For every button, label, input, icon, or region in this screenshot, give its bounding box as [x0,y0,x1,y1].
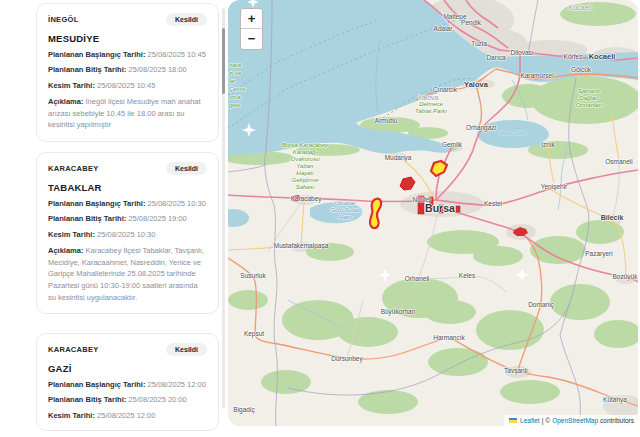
field-value: 25/08/2025 10:30 [97,230,155,239]
field-value: 25/08/2025 19:00 [128,214,186,223]
cut-date-field: Kesim Tarihi: 25/08/2025 10:30 [48,230,207,239]
map-label-susurluk: Susurluk [240,272,265,279]
outage-list-sidebar: İNEGÖL Kesildi MESUDİYE Planlanan Başlan… [0,0,228,437]
planned-start-field: Planlanan Başlangıç Tarihi: 25/08/2025 1… [48,50,207,59]
map-label-bursa: Bursa [425,202,455,214]
field-value: 25/08/2025 10:45 [147,50,205,59]
neighborhood-label: GAZİ [48,363,207,374]
card-header: KARACABEY Kesildi [48,162,207,175]
map-label-karamursel: Karamürsel [520,72,553,79]
map-label-bilecik: Bilecik [601,214,624,221]
field-value: 25/08/2025 10:30 [147,199,205,208]
contributors-text: contributors [600,417,634,424]
map-label-bigadic: Bigadiç [233,406,254,413]
ukraine-flag-icon [509,418,517,423]
leaflet-link[interactable]: Leaflet [520,417,540,424]
water-label-uluabat: Uluabat [335,200,356,206]
map-label-cinarcik: Çınarcık [433,86,457,93]
map-label-osmaneli: Osmaneli [605,158,632,165]
zoom-out-button[interactable]: − [241,29,262,49]
field-value: 25/08/2025 12:00 [97,411,155,420]
map-label-orhaneli: Orhaneli [405,275,430,282]
area-label-delmece: Tabiat Parkı [415,108,447,114]
attribution-separator: | [542,417,544,424]
planned-start-field: Planlanan Başlangıç Tarihi: 25/08/2025 1… [48,199,207,208]
outage-card-karacabey-gazi[interactable]: KARACABEY Kesildi GAZİ Planlanan Başlang… [36,333,219,431]
planned-end-field: Planlanan Bitiş Tarihi: 25/08/2025 20:00 [48,395,207,404]
area-label-karacabey-whs: Hayatı [296,170,313,176]
map-label-orhangazi: Orhangazi [466,124,496,131]
map-label-kepsut: Kepsut [244,330,264,337]
water-label-uluabat: Alanı [338,214,352,220]
field-label: Kesim Tarihi: [48,230,95,239]
description-label: Açıklama: [48,246,83,255]
outage-card-karacabey-tabaklar[interactable]: KARACABEY Kesildi TABAKLAR Planlanan Baş… [36,152,219,314]
area-label-karacabey-whs: Geliştirme [291,177,318,183]
map-label-harmancik: Harmancık [433,334,464,341]
field-label: Kesim Tarihi: [48,81,95,90]
area-label-marmara-cka: Çevre [229,86,245,92]
field-label: Planlanan Başlangıç Tarihi: [48,50,145,59]
map-label-kocaeli: Kocaeli [589,52,616,61]
field-label: Planlanan Bitiş Tarihi: [48,214,126,223]
area-label-karacabey-whs: Karadağ- [293,149,318,155]
status-badge: Kesildi [166,162,207,175]
map-label-mustafakemalpasa: Mustafakemalpaşa [274,242,329,249]
sidebar-scrollbar-thumb[interactable] [222,28,225,94]
map-label-adalar: Adalar [434,25,453,32]
area-label-samanli: Ormanları [576,102,603,108]
district-label: KARACABEY [48,164,99,173]
map-label-dilovasi: Dilovası [510,49,533,56]
copyright-symbol: © [545,417,550,424]
map-label-dursunbey: Dursunbey [331,355,362,362]
field-value: 25/08/2025 20:00 [128,395,186,404]
leaflet-map[interactable]: Maltepe Adalar Pendik Tuzla Darıca Dilov… [228,0,638,426]
map-label-darica: Darıca [486,54,505,61]
map-label-pendik: Pendik [461,19,481,26]
map-label-tavsanli: Tavşanlı [504,367,528,374]
planned-end-field: Planlanan Bitiş Tarihi: 25/08/2025 18:00 [48,65,207,74]
map-label-yenisehir: Yenişehir [541,183,568,190]
osm-link[interactable]: OpenStreetMap [552,417,598,424]
field-value: 25/08/2025 12:00 [147,380,205,389]
status-badge: Kesildi [166,13,207,26]
field-label: Planlanan Bitiş Tarihi: [48,65,126,74]
field-label: Planlanan Bitiş Tarihi: [48,395,126,404]
planned-start-field: Planlanan Başlangıç Tarihi: 25/08/2025 1… [48,380,207,389]
area-label-samanli: Samanlı [578,88,600,94]
cut-date-field: Kesim Tarihi: 25/08/2025 12:00 [48,411,207,420]
map-zoom-control: + − [240,8,263,50]
description-text: Açıklama: Karacabey İlçesi Tabaklar, Tav… [48,245,207,303]
map-label-golcuk: Gölcük [571,66,591,73]
map-label-kestel: Kestel [484,200,502,207]
outage-card-inegol-mesudiye[interactable]: İNEGÖL Kesildi MESUDİYE Planlanan Başlan… [36,3,219,142]
area-label-marmara-cka: gesi [229,102,240,108]
map-label-domanic: Domaniç [528,301,554,308]
area-label-karacabey-whs: Sahası [296,184,315,190]
map-label-iznik: İznik [541,141,554,148]
field-value: 25/08/2025 10:45 [97,81,155,90]
map-label-mudanya: Mudanya [385,154,412,161]
area-label-karacabey-whs: Yaban [297,163,314,169]
area-label-karacabey-whs: Bursa Karacabey [282,142,328,148]
water-outage-app: İNEGÖL Kesildi MESUDİYE Planlanan Başlan… [0,0,640,437]
district-label: İNEGÖL [48,15,79,24]
area-label-marmara-cka: lar [229,78,236,84]
description-text: Açıklama: İnegöl ilçesi Mesudiye mah ana… [48,96,207,131]
area-label-samanli: Dağları [579,95,598,101]
card-header: İNEGÖL Kesildi [48,13,207,26]
planned-end-field: Planlanan Bitiş Tarihi: 25/08/2025 19:00 [48,214,207,223]
map-label-karacabey: Karacabey [290,195,321,202]
map-label-armutlu: Armutlu [375,117,397,124]
field-label: Planlanan Başlangıç Tarihi: [48,199,145,208]
map-label-gemlik: Gemlik [442,141,462,148]
map-label-pazaryeri: Pazaryeri [585,250,612,257]
district-label: KARACABEY [48,345,99,354]
neighborhood-label: TABAKLAR [48,182,207,193]
map-label-tuzla: Tuzla [471,40,487,47]
zoom-in-button[interactable]: + [241,9,262,29]
field-value: 25/08/2025 18:00 [128,65,186,74]
area-label-delmece: Delmece [419,101,443,107]
map-label-yalova: Yalova [464,80,488,89]
card-header: KARACABEY Kesildi [48,343,207,356]
